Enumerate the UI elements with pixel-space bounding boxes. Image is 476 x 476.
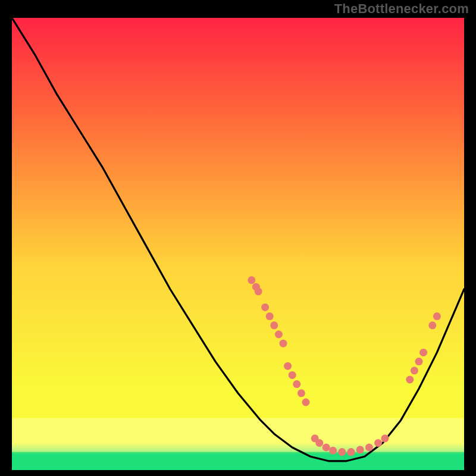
data-dot [293, 380, 300, 388]
data-dot [365, 444, 373, 452]
data-dot [411, 367, 418, 374]
data-dot [261, 303, 269, 311]
chart-frame: TheBottlenecker.com [0, 0, 476, 476]
data-dot [419, 349, 427, 356]
data-dot [329, 447, 337, 455]
plot-area [12, 18, 464, 470]
data-dot [270, 321, 278, 329]
data-dot [406, 376, 414, 384]
data-dot [248, 276, 255, 284]
data-dot [275, 331, 283, 339]
gradient-background [12, 18, 464, 470]
data-dot [374, 439, 382, 447]
attribution-text: TheBottlenecker.com [334, 1, 469, 17]
data-dot [322, 444, 330, 452]
data-dot [433, 312, 441, 320]
data-dot [302, 399, 310, 406]
data-dot [338, 448, 346, 456]
data-dot [298, 389, 305, 397]
data-dot [415, 358, 423, 365]
green-band [12, 454, 464, 470]
pale-band [12, 418, 464, 452]
data-dot [347, 448, 355, 456]
chart-svg [12, 18, 464, 470]
data-dot [255, 287, 262, 295]
data-dot [428, 321, 436, 329]
data-dot [289, 371, 296, 379]
data-dot [284, 362, 292, 370]
data-dot [266, 312, 274, 320]
data-dot [381, 434, 389, 442]
data-dot [280, 340, 287, 347]
data-dot [356, 446, 364, 453]
data-dot [315, 439, 323, 447]
